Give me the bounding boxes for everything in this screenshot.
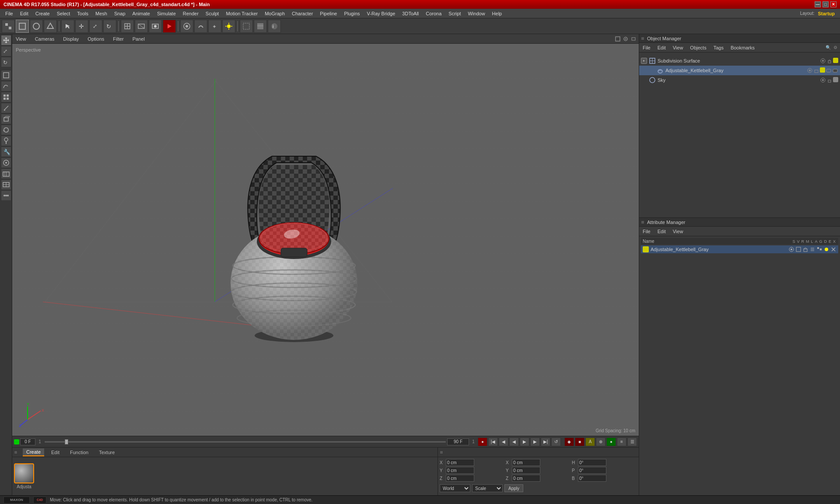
- viewport-expand-icon[interactable]: [614, 35, 621, 42]
- material-manager-button[interactable]: [180, 20, 193, 33]
- tool-texture[interactable]: [1, 168, 11, 179]
- om-lock-icon-kb[interactable]: [813, 67, 819, 74]
- material-swatch-adjustable[interactable]: [14, 463, 34, 483]
- tool-brush[interactable]: [1, 136, 11, 146]
- tool-knife[interactable]: [1, 103, 11, 113]
- coord-y-input[interactable]: [446, 467, 474, 474]
- mode-polygon-button[interactable]: [16, 20, 29, 33]
- am-menu-file[interactable]: File: [641, 228, 652, 235]
- tool-scale[interactable]: ⤢: [1, 46, 11, 56]
- tool-rotate[interactable]: ↻: [1, 57, 11, 67]
- auto-key-button[interactable]: A: [585, 438, 595, 446]
- menu-script[interactable]: Script: [445, 10, 464, 17]
- menu-pipeline[interactable]: Pipeline: [316, 10, 340, 17]
- step-forward-button[interactable]: ▶|: [541, 438, 550, 446]
- render-view-button[interactable]: [149, 20, 162, 33]
- am-object-row[interactable]: Adjustable_Kettlebell_Gray: [641, 245, 838, 253]
- am-handle[interactable]: [641, 220, 644, 224]
- om-menu-objects[interactable]: Objects: [688, 44, 708, 51]
- scale-button[interactable]: ⤢: [89, 20, 102, 33]
- menu-animate[interactable]: Animate: [129, 10, 154, 17]
- rotate-button[interactable]: ↻: [103, 20, 116, 33]
- menu-create[interactable]: Create: [32, 10, 53, 17]
- am-hierarchy-btn[interactable]: [816, 246, 822, 252]
- move-button[interactable]: ✛: [75, 20, 88, 33]
- tab-function[interactable]: Function: [66, 449, 92, 456]
- smooth-shading-button[interactable]: [254, 20, 267, 33]
- am-more-btn[interactable]: [809, 246, 816, 252]
- tool-magnet[interactable]: 🔧: [1, 147, 11, 157]
- om-color-dot-subdivision[interactable]: [833, 58, 838, 63]
- menu-mesh[interactable]: Mesh: [92, 10, 111, 17]
- om-vis-icon-kb[interactable]: [807, 67, 813, 74]
- om-menu-bookmarks[interactable]: Bookmarks: [729, 44, 756, 51]
- om-menu-view[interactable]: View: [671, 44, 685, 51]
- tool-more1[interactable]: [1, 179, 11, 190]
- tool-subdivide[interactable]: [1, 92, 11, 102]
- am-menu-view[interactable]: View: [671, 228, 685, 235]
- tool-spline[interactable]: [1, 81, 11, 91]
- coord-panel-handle[interactable]: [440, 451, 443, 454]
- menu-help[interactable]: Help: [489, 10, 506, 17]
- next-frame-button[interactable]: ▶: [530, 438, 540, 446]
- menu-select[interactable]: Select: [53, 10, 74, 17]
- apply-button[interactable]: Apply: [504, 484, 523, 492]
- menu-mograph[interactable]: MoGraph: [261, 10, 288, 17]
- scale-dropdown[interactable]: Scale: [472, 484, 503, 492]
- om-vis-icon[interactable]: [820, 58, 826, 64]
- menu-render[interactable]: Render: [179, 10, 202, 17]
- end-frame-display[interactable]: 90 F: [447, 438, 469, 445]
- om-color-dot-kb[interactable]: [820, 67, 825, 73]
- wireframe-button[interactable]: [240, 20, 253, 33]
- tool-move[interactable]: [1, 35, 11, 46]
- viewport-settings-icon[interactable]: [622, 35, 629, 42]
- icon-display-button[interactable]: i: [268, 20, 281, 33]
- om-menu-edit[interactable]: Edit: [656, 44, 668, 51]
- menu-tools[interactable]: Tools: [74, 10, 92, 17]
- timeline-thumb[interactable]: [65, 439, 68, 444]
- menu-plugins[interactable]: Plugins: [340, 10, 363, 17]
- coord-z-size-input[interactable]: [512, 475, 540, 482]
- coord-z-input[interactable]: [446, 475, 474, 482]
- render-region-button[interactable]: [135, 20, 148, 33]
- menu-sculpt[interactable]: Sculpt: [202, 10, 223, 17]
- am-menu-edit[interactable]: Edit: [656, 228, 668, 235]
- light-button[interactable]: [222, 20, 235, 33]
- timeline-view-button[interactable]: ☰: [627, 438, 637, 446]
- om-settings-icon[interactable]: ⚙: [832, 45, 838, 51]
- viewport-menu-options[interactable]: Options: [86, 35, 106, 42]
- tool-polygon[interactable]: [1, 70, 11, 80]
- coord-h-input[interactable]: [578, 459, 606, 466]
- generator-button[interactable]: ✦: [208, 20, 221, 33]
- menu-snap[interactable]: Snap: [111, 10, 129, 17]
- menu-motion-tracker[interactable]: Motion Tracker: [222, 10, 261, 17]
- material-panel-handle[interactable]: [14, 451, 18, 454]
- tool-loop[interactable]: [1, 125, 11, 135]
- deformer-button[interactable]: [194, 20, 207, 33]
- tab-texture[interactable]: Texture: [95, 449, 118, 456]
- om-vis-icon-sky[interactable]: [820, 77, 826, 83]
- viewport-menu-cameras[interactable]: Cameras: [33, 35, 56, 42]
- menu-corona[interactable]: Corona: [422, 10, 445, 17]
- loop-button[interactable]: ↺: [551, 438, 561, 446]
- tool-more2[interactable]: [1, 190, 11, 201]
- viewport-camera-icon[interactable]: [630, 35, 637, 42]
- viewport-menu-filter[interactable]: Filter: [111, 35, 125, 42]
- step-back-button[interactable]: |◀: [488, 438, 498, 446]
- coord-p-input[interactable]: [578, 467, 606, 474]
- close-button[interactable]: ✕: [830, 1, 836, 7]
- motion-path-button[interactable]: ⊕: [596, 438, 606, 446]
- om-menu-tags[interactable]: Tags: [712, 44, 725, 51]
- maximize-button[interactable]: □: [822, 1, 829, 7]
- menu-3dto[interactable]: 3DToAll: [399, 10, 422, 17]
- layout-value[interactable]: Startup: [815, 10, 839, 17]
- render-button[interactable]: [163, 20, 176, 33]
- menu-vray[interactable]: V-Ray Bridge: [364, 10, 399, 17]
- om-search-icon[interactable]: 🔍: [825, 45, 831, 51]
- om-lock-icon[interactable]: [826, 58, 833, 64]
- viewport-menu-panel[interactable]: Panel: [131, 35, 147, 42]
- keyframe-button[interactable]: ◆: [564, 438, 574, 446]
- am-vis-btn[interactable]: [788, 246, 794, 252]
- timeline-scrubber[interactable]: [44, 441, 446, 443]
- mode-points-button[interactable]: [2, 20, 15, 33]
